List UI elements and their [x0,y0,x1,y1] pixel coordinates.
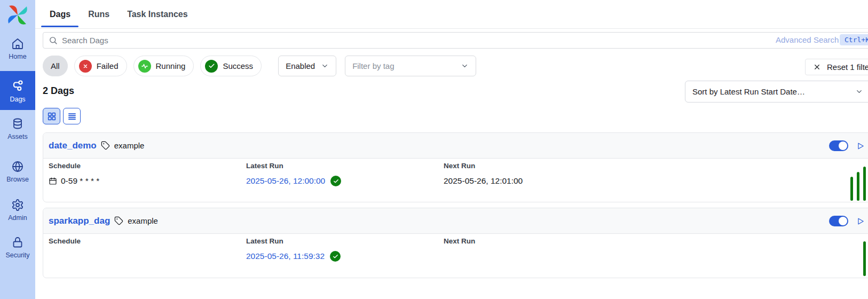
next-run-value [444,250,475,262]
dag-card-header: date_demo example [43,133,868,159]
play-icon [856,141,865,151]
schedule-label: Schedule [49,237,81,245]
filter-chip-all[interactable]: All [43,56,68,76]
latest-run-column: Latest Run 2025-05-26, 11:59:32 [246,237,341,262]
search-input[interactable] [62,36,868,45]
dag-tag-label[interactable]: example [114,141,145,150]
list-view-icon [67,112,77,121]
search-icon [49,36,58,45]
dag-name-link[interactable]: sparkapp_dag [49,216,110,226]
sidebar-item-assets[interactable]: Assets [0,117,35,140]
calendar-icon [49,177,57,185]
latest-run-column: Latest Run 2025-05-26, 12:00:00 [246,162,341,187]
filter-chip-success[interactable]: Success [200,56,262,76]
reset-filters-label: Reset 1 filter [827,62,868,72]
failed-status-icon [79,60,92,73]
latest-run-link[interactable]: 2025-05-26, 12:00:00 [246,176,325,186]
play-icon [856,217,865,226]
view-toggle-group [43,108,81,124]
sidebar-item-label: Assets [7,133,28,140]
sidebar-item-label: Security [5,251,29,259]
dag-card-sparkapp-dag: sparkapp_dag example Schedule Latest Run… [43,208,868,278]
run-history-bar[interactable] [863,167,866,201]
dag-tag-label[interactable]: example [128,216,158,225]
dag-card-body: Schedule 0-59 * * * * Latest Run 2025-05… [43,159,868,202]
page-tabs: Dags Runs Task Instances [50,0,188,28]
tab-runs[interactable]: Runs [88,0,109,28]
airflow-dags-page: Home Dags Assets Browse [0,0,868,299]
schedule-column: Schedule 0-59 * * * * [49,162,99,187]
reset-filters-button[interactable]: Reset 1 filter [805,59,868,75]
filter-chip-label: Success [223,61,253,70]
dag-card-header: sparkapp_dag example [43,208,868,234]
trigger-dag-button[interactable] [856,217,865,226]
filter-row: All Failed Running Success Enabled Filte… [43,56,476,76]
running-status-icon [138,60,151,73]
latest-run-link[interactable]: 2025-05-26, 11:59:32 [246,251,325,261]
filter-chip-label: Failed [97,61,119,70]
enabled-filter-select[interactable]: Enabled [278,56,336,76]
sidebar-item-admin[interactable]: Admin [0,199,35,222]
airflow-pinwheel-logo [6,3,29,27]
dag-card-date-demo: date_demo example Schedule 0-59 * * * * [43,132,868,202]
toggle-knob [839,141,847,150]
tag-filter-combobox[interactable]: Filter by tag [345,56,476,76]
next-run-column: Next Run [444,237,475,262]
tag-icon [101,141,110,150]
run-success-badge [330,251,341,262]
tab-task-instances[interactable]: Task Instances [127,0,188,28]
sidebar: Home Dags Assets Browse [0,0,35,299]
run-history-bars[interactable] [850,167,866,201]
toggle-knob [839,217,847,225]
chevron-down-icon [855,88,863,96]
schedule-column: Schedule [49,237,81,262]
filter-chip-failed[interactable]: Failed [74,56,127,76]
sort-select[interactable]: Sort by Latest Run Start Date… [685,81,868,103]
globe-icon [11,160,24,173]
filter-chip-running[interactable]: Running [133,56,194,76]
sidebar-item-label: Browse [6,176,29,183]
run-history-bar[interactable] [857,172,859,201]
next-run-label: Next Run [444,237,475,245]
lock-icon [11,236,24,249]
dag-enabled-toggle[interactable] [829,216,848,226]
success-status-icon [205,60,218,73]
schedule-value: 0-59 * * * * [49,175,99,187]
dag-enabled-toggle[interactable] [829,140,848,151]
sort-select-value: Sort by Latest Run Start Date… [692,87,805,96]
chevron-down-icon [461,62,469,70]
dag-graph-icon [11,79,25,93]
database-icon [11,117,24,130]
tag-icon [114,216,123,225]
sidebar-item-browse[interactable]: Browse [0,160,35,183]
gear-icon [11,199,24,211]
run-history-bar[interactable] [863,241,866,276]
sidebar-item-label: Home [9,53,26,60]
sidebar-item-label: Dags [10,96,25,103]
latest-run-label: Latest Run [246,162,341,170]
search-bar: Advanced Search Ctrl+K [43,32,868,49]
run-success-badge [330,176,341,186]
trigger-dag-button[interactable] [856,141,865,151]
sidebar-item-dags[interactable]: Dags [0,71,35,110]
sidebar-item-home[interactable]: Home [0,37,35,60]
run-history-bar[interactable] [850,177,853,201]
next-run-value: 2025-05-26, 12:01:00 [444,175,523,187]
filter-chip-label: Running [156,61,186,70]
sidebar-item-security[interactable]: Security [0,236,35,259]
tag-filter-placeholder: Filter by tag [352,61,394,70]
dag-card-body: Schedule Latest Run 2025-05-26, 11:59:32… [43,234,868,277]
next-run-label: Next Run [444,162,523,170]
grid-view-icon [47,112,57,121]
dag-name-link[interactable]: date_demo [49,140,97,151]
table-view-button[interactable] [63,108,81,124]
card-view-button[interactable] [43,108,60,124]
tab-dags[interactable]: Dags [50,0,70,28]
schedule-label: Schedule [49,162,99,170]
chevron-down-icon [321,62,329,70]
filter-chip-label: All [51,61,60,70]
advanced-search-link[interactable]: Advanced Search [776,35,839,44]
search-shortcut-badge: Ctrl+K [840,34,868,45]
dag-count-heading: 2 Dags [43,85,74,97]
run-history-bars[interactable] [863,241,866,276]
